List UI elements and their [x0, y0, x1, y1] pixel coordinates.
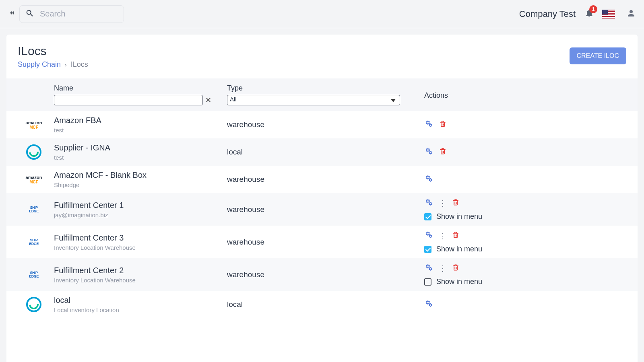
page-card: ILocs Supply Chain › ILocs CREATE ILOC N…	[6, 35, 638, 362]
type-filter-select[interactable]: All	[227, 95, 400, 105]
circle-logo-icon	[26, 144, 41, 160]
company-name: Company Test	[519, 9, 576, 19]
show-in-menu-label: Show in menu	[436, 212, 482, 221]
chevron-right-icon: ›	[65, 62, 67, 68]
row-name: Amazon FBA	[54, 116, 227, 125]
clear-filter-icon[interactable]: ✕	[205, 96, 211, 105]
show-in-menu-toggle[interactable]: Show in menu	[424, 212, 630, 221]
user-avatar-icon[interactable]	[626, 8, 636, 20]
settings-icon[interactable]	[424, 230, 433, 241]
table-row: SHIPEDGEFulfillment Center 3Inventory Lo…	[6, 226, 638, 258]
show-in-menu-toggle[interactable]: Show in menu	[424, 245, 630, 253]
settings-icon[interactable]	[424, 198, 433, 208]
column-type-label: Type	[227, 84, 424, 93]
checkbox-icon[interactable]	[424, 213, 431, 220]
checkbox-icon[interactable]	[424, 278, 431, 286]
delete-icon[interactable]	[452, 263, 460, 273]
row-name: Amazon MCF - Blank Box	[54, 171, 227, 180]
table-row: amazonMCFAmazon FBAtestwarehouse	[6, 111, 638, 138]
search-input[interactable]	[40, 9, 142, 19]
topbar: Company Test 1	[0, 0, 644, 28]
search-box[interactable]	[19, 5, 124, 23]
column-name-label: Name	[54, 84, 227, 93]
row-name: Fulfillment Center 3	[54, 233, 227, 243]
more-options-icon[interactable]: ⋮	[439, 232, 446, 240]
collapse-sidebar-button[interactable]	[8, 9, 16, 19]
locale-flag-icon[interactable]	[602, 10, 615, 19]
search-icon	[25, 9, 40, 19]
settings-icon[interactable]	[424, 147, 433, 157]
settings-icon[interactable]	[424, 119, 433, 130]
shipedge-logo-icon: SHIPEDGE	[26, 234, 42, 250]
more-options-icon[interactable]: ⋮	[439, 199, 446, 207]
row-type: warehouse	[227, 175, 424, 184]
settings-icon[interactable]	[424, 174, 433, 185]
more-options-icon[interactable]: ⋮	[439, 264, 446, 272]
row-subtitle: Local inventory Location	[54, 306, 227, 313]
row-name: Supplier - IGNA	[54, 143, 227, 152]
breadcrumb: Supply Chain › ILocs	[18, 60, 88, 69]
table-row: Supplier - IGNAtestlocal	[6, 138, 638, 166]
row-type: local	[227, 300, 424, 309]
amazon-mcf-logo-icon: amazonMCF	[26, 171, 42, 187]
table-row: localLocal inventory Locationlocal	[6, 291, 638, 318]
table-row: SHIPEDGEFulfillment Center 2Inventory Lo…	[6, 258, 638, 291]
row-type: warehouse	[227, 238, 424, 247]
svg-rect-4	[602, 15, 615, 16]
notification-badge: 1	[589, 5, 597, 13]
show-in-menu-label: Show in menu	[436, 278, 482, 286]
amazon-mcf-logo-icon: amazonMCF	[26, 117, 42, 133]
delete-icon[interactable]	[452, 231, 460, 241]
row-name: Fulfillment Center 1	[54, 201, 227, 210]
delete-icon[interactable]	[452, 198, 460, 208]
checkbox-icon[interactable]	[424, 246, 431, 253]
row-type: warehouse	[227, 120, 424, 129]
row-name: local	[54, 296, 227, 305]
row-type: warehouse	[227, 205, 424, 214]
column-actions-label: Actions	[424, 84, 630, 100]
shipedge-logo-icon: SHIPEDGE	[26, 202, 42, 218]
table-header: Name ✕ Type All Actions	[6, 78, 638, 111]
row-subtitle: Shipedge	[54, 181, 227, 188]
create-iloc-button[interactable]: CREATE ILOC	[570, 47, 627, 64]
row-type: warehouse	[227, 270, 424, 279]
breadcrumb-root-link[interactable]: Supply Chain	[18, 60, 61, 69]
shipedge-logo-icon: SHIPEDGE	[26, 267, 42, 283]
delete-icon[interactable]	[439, 147, 447, 157]
delete-icon[interactable]	[439, 120, 447, 130]
svg-rect-6	[602, 10, 608, 14]
name-filter-input[interactable]	[54, 95, 203, 105]
row-subtitle: test	[54, 154, 227, 161]
page-title: ILocs	[18, 44, 88, 58]
show-in-menu-toggle[interactable]: Show in menu	[424, 278, 630, 286]
row-subtitle: Inventory Location Warehouse	[54, 244, 227, 251]
breadcrumb-current: ILocs	[71, 60, 88, 69]
row-subtitle: jay@imagination.biz	[54, 212, 227, 218]
circle-logo-icon	[26, 297, 41, 312]
row-name: Fulfillment Center 2	[54, 266, 227, 275]
show-in-menu-label: Show in menu	[436, 245, 482, 253]
table-row: SHIPEDGEFulfillment Center 1jay@imaginat…	[6, 193, 638, 226]
row-subtitle: test	[54, 127, 227, 134]
row-subtitle: Inventory Location Warehouse	[54, 277, 227, 284]
row-type: local	[227, 148, 424, 156]
notifications-button[interactable]: 1	[584, 8, 594, 20]
settings-icon[interactable]	[424, 299, 433, 310]
settings-icon[interactable]	[424, 263, 433, 274]
svg-rect-5	[602, 17, 615, 18]
table-row: amazonMCFAmazon MCF - Blank BoxShipedgew…	[6, 166, 638, 193]
